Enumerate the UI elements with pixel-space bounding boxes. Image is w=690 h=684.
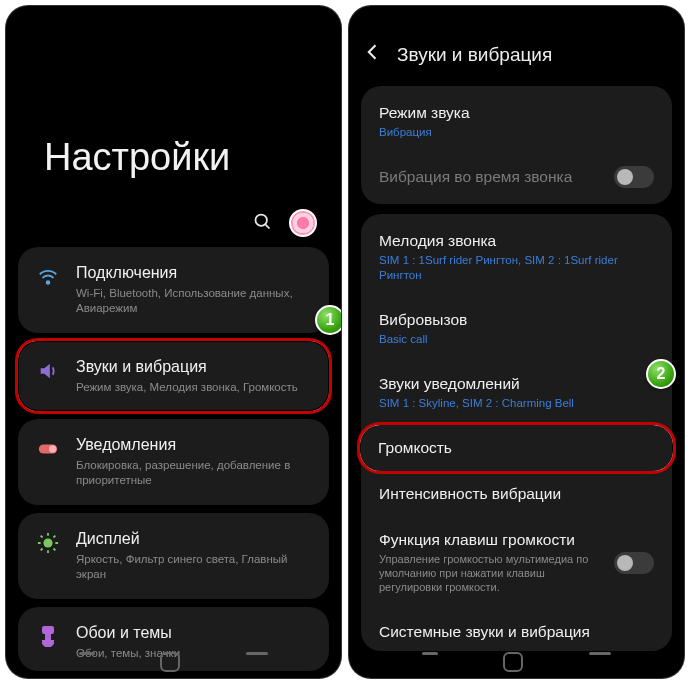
nav-back[interactable] (246, 652, 268, 655)
svg-line-13 (54, 536, 56, 538)
row-sub: SIM 1 : Skyline, SIM 2 : Charming Bell (379, 396, 654, 411)
page-title: Настройки (6, 6, 341, 179)
svg-rect-14 (42, 626, 54, 634)
wallpaper-icon (36, 625, 60, 649)
top-row (6, 179, 341, 247)
search-icon[interactable] (252, 211, 273, 236)
item-sub: Режим звука, Мелодия звонка, Громкость (76, 380, 311, 396)
svg-point-4 (49, 445, 56, 452)
callout-badge-1: 1 (315, 305, 341, 335)
row-vibration-pattern[interactable]: Вибровызов Basic call (361, 297, 672, 361)
item-sub: Яркость, Фильтр синего света, Главный эк… (76, 552, 311, 583)
item-sub: Wi-Fi, Bluetooth, Использование данных, … (76, 286, 311, 317)
nav-home[interactable] (503, 652, 523, 672)
row-sub: SIM 1 : 1Surf rider Рингтон, SIM 2 : 1Su… (379, 253, 654, 283)
row-system-sounds[interactable]: Системные звуки и вибрация (361, 609, 672, 647)
row-title: Функция клавиш громкости (379, 531, 654, 549)
row-sub: Вибрация (379, 125, 654, 140)
row-sound-mode[interactable]: Режим звука Вибрация (361, 90, 672, 154)
row-desc: Управление громкостью мультимедиа по умо… (379, 552, 654, 595)
svg-point-0 (256, 214, 267, 225)
row-title: Звуки уведомлений (379, 375, 654, 393)
item-title: Дисплей (76, 529, 311, 550)
row-vibrate-while-ringing[interactable]: Вибрация во время звонка (361, 154, 672, 200)
nav-bar (349, 652, 684, 672)
item-title: Подключения (76, 263, 311, 284)
nav-bar (6, 652, 341, 672)
sounds-screen: Звуки и вибрация Режим звука Вибрация Ви… (349, 6, 684, 678)
row-title: Интенсивность вибрации (379, 485, 654, 503)
row-vibration-intensity[interactable]: Интенсивность вибрации (361, 471, 672, 517)
row-notification-sounds[interactable]: Звуки уведомлений SIM 1 : Skyline, SIM 2… (361, 361, 672, 425)
settings-item-display[interactable]: Дисплей Яркость, Фильтр синего света, Гл… (18, 513, 329, 599)
header-title: Звуки и вибрация (397, 44, 552, 66)
row-title: Системные звуки и вибрация (379, 623, 654, 641)
svg-rect-15 (45, 634, 51, 640)
row-title: Режим звука (379, 104, 654, 122)
notification-icon (36, 437, 60, 461)
settings-item-notifications[interactable]: Уведомления Блокировка, разрешение, доба… (18, 419, 329, 505)
row-ringtone[interactable]: Мелодия звонка SIM 1 : 1Surf rider Рингт… (361, 218, 672, 297)
nav-home[interactable] (160, 652, 180, 672)
nav-back[interactable] (589, 652, 611, 655)
row-title: Громкость (378, 439, 655, 457)
toggle-switch[interactable] (614, 552, 654, 574)
settings-item-sounds[interactable]: Звуки и вибрация Режим звука, Мелодия зв… (18, 341, 329, 411)
row-sub: Basic call (379, 332, 654, 347)
toggle-switch[interactable] (614, 166, 654, 188)
item-title: Звуки и вибрация (76, 357, 311, 378)
wifi-icon (36, 265, 60, 289)
row-volume-key-function[interactable]: Функция клавиш громкости Управление гром… (361, 517, 672, 609)
callout-badge-2: 2 (646, 359, 676, 389)
settings-screen: Настройки 1 Подключения Wi-Fi, Bluetooth… (6, 6, 341, 678)
row-volume[interactable]: Громкость (360, 425, 673, 471)
svg-line-10 (41, 536, 43, 538)
back-icon[interactable] (363, 42, 383, 68)
nav-recent[interactable] (79, 652, 95, 655)
panel-sound-settings: 2 Мелодия звонка SIM 1 : 1Surf rider Рин… (361, 214, 672, 651)
row-title: Мелодия звонка (379, 232, 654, 250)
header: Звуки и вибрация (349, 6, 684, 86)
panel-sound-mode: Режим звука Вибрация Вибрация во время з… (361, 86, 672, 204)
avatar[interactable] (289, 209, 317, 237)
settings-item-connections[interactable]: Подключения Wi-Fi, Bluetooth, Использова… (18, 247, 329, 333)
nav-recent[interactable] (422, 652, 438, 655)
svg-point-5 (43, 538, 52, 547)
item-title: Обои и темы (76, 623, 311, 644)
svg-line-12 (41, 548, 43, 550)
svg-point-2 (47, 281, 50, 284)
item-title: Уведомления (76, 435, 311, 456)
settings-list: 1 Подключения Wi-Fi, Bluetooth, Использо… (6, 247, 341, 678)
sound-icon (36, 359, 60, 383)
row-title: Вибровызов (379, 311, 654, 329)
row-title: Вибрация во время звонка (379, 168, 654, 186)
item-sub: Блокировка, разрешение, добавление в при… (76, 458, 311, 489)
display-icon (36, 531, 60, 555)
svg-line-1 (265, 224, 269, 228)
svg-line-11 (54, 548, 56, 550)
